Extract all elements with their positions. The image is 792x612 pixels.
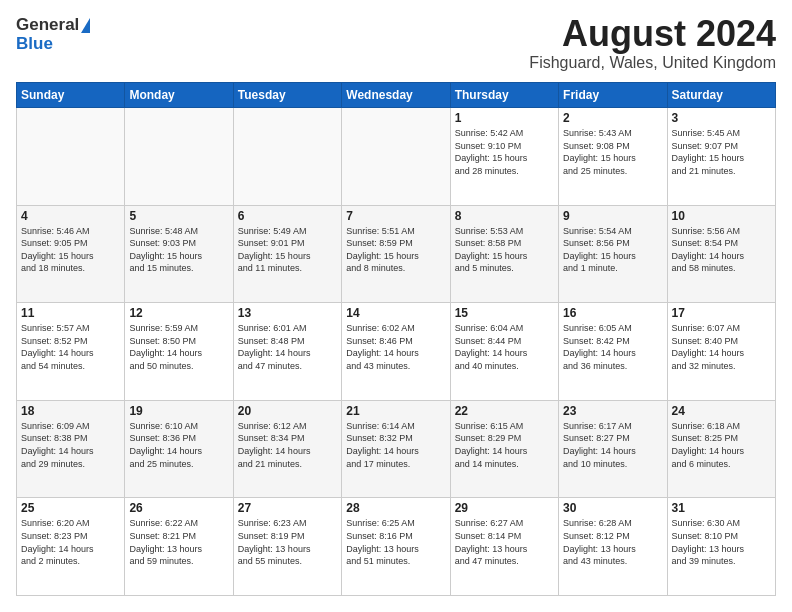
day-number: 29: [455, 501, 554, 515]
calendar-cell: 21Sunrise: 6:14 AM Sunset: 8:32 PM Dayli…: [342, 400, 450, 498]
day-info: Sunrise: 6:01 AM Sunset: 8:48 PM Dayligh…: [238, 322, 337, 372]
calendar-cell: 11Sunrise: 5:57 AM Sunset: 8:52 PM Dayli…: [17, 303, 125, 401]
calendar-cell: 5Sunrise: 5:48 AM Sunset: 9:03 PM Daylig…: [125, 205, 233, 303]
day-info: Sunrise: 6:05 AM Sunset: 8:42 PM Dayligh…: [563, 322, 662, 372]
day-number: 3: [672, 111, 771, 125]
day-number: 15: [455, 306, 554, 320]
day-info: Sunrise: 6:20 AM Sunset: 8:23 PM Dayligh…: [21, 517, 120, 567]
calendar-cell: 2Sunrise: 5:43 AM Sunset: 9:08 PM Daylig…: [559, 108, 667, 206]
day-number: 24: [672, 404, 771, 418]
day-number: 31: [672, 501, 771, 515]
day-info: Sunrise: 5:54 AM Sunset: 8:56 PM Dayligh…: [563, 225, 662, 275]
day-info: Sunrise: 6:30 AM Sunset: 8:10 PM Dayligh…: [672, 517, 771, 567]
calendar-cell: 9Sunrise: 5:54 AM Sunset: 8:56 PM Daylig…: [559, 205, 667, 303]
calendar-cell: 26Sunrise: 6:22 AM Sunset: 8:21 PM Dayli…: [125, 498, 233, 596]
calendar-cell: 18Sunrise: 6:09 AM Sunset: 8:38 PM Dayli…: [17, 400, 125, 498]
calendar-week-5: 25Sunrise: 6:20 AM Sunset: 8:23 PM Dayli…: [17, 498, 776, 596]
calendar-cell: 22Sunrise: 6:15 AM Sunset: 8:29 PM Dayli…: [450, 400, 558, 498]
day-number: 7: [346, 209, 445, 223]
day-info: Sunrise: 6:10 AM Sunset: 8:36 PM Dayligh…: [129, 420, 228, 470]
calendar-cell: 15Sunrise: 6:04 AM Sunset: 8:44 PM Dayli…: [450, 303, 558, 401]
day-info: Sunrise: 6:23 AM Sunset: 8:19 PM Dayligh…: [238, 517, 337, 567]
day-info: Sunrise: 6:14 AM Sunset: 8:32 PM Dayligh…: [346, 420, 445, 470]
day-info: Sunrise: 5:51 AM Sunset: 8:59 PM Dayligh…: [346, 225, 445, 275]
calendar-table: Sunday Monday Tuesday Wednesday Thursday…: [16, 82, 776, 596]
day-number: 13: [238, 306, 337, 320]
day-number: 5: [129, 209, 228, 223]
calendar-cell: [233, 108, 341, 206]
day-info: Sunrise: 5:59 AM Sunset: 8:50 PM Dayligh…: [129, 322, 228, 372]
day-info: Sunrise: 6:17 AM Sunset: 8:27 PM Dayligh…: [563, 420, 662, 470]
day-info: Sunrise: 6:28 AM Sunset: 8:12 PM Dayligh…: [563, 517, 662, 567]
col-saturday: Saturday: [667, 83, 775, 108]
calendar-cell: 7Sunrise: 5:51 AM Sunset: 8:59 PM Daylig…: [342, 205, 450, 303]
day-number: 10: [672, 209, 771, 223]
logo-general: General: [16, 16, 79, 35]
col-wednesday: Wednesday: [342, 83, 450, 108]
day-number: 27: [238, 501, 337, 515]
col-tuesday: Tuesday: [233, 83, 341, 108]
day-info: Sunrise: 6:09 AM Sunset: 8:38 PM Dayligh…: [21, 420, 120, 470]
day-number: 20: [238, 404, 337, 418]
day-number: 21: [346, 404, 445, 418]
day-number: 19: [129, 404, 228, 418]
calendar-cell: 10Sunrise: 5:56 AM Sunset: 8:54 PM Dayli…: [667, 205, 775, 303]
calendar-cell: [17, 108, 125, 206]
day-number: 25: [21, 501, 120, 515]
col-monday: Monday: [125, 83, 233, 108]
calendar-cell: 24Sunrise: 6:18 AM Sunset: 8:25 PM Dayli…: [667, 400, 775, 498]
day-number: 8: [455, 209, 554, 223]
page: General Blue August 2024 Fishguard, Wale…: [0, 0, 792, 612]
day-info: Sunrise: 5:45 AM Sunset: 9:07 PM Dayligh…: [672, 127, 771, 177]
day-info: Sunrise: 6:04 AM Sunset: 8:44 PM Dayligh…: [455, 322, 554, 372]
day-info: Sunrise: 6:15 AM Sunset: 8:29 PM Dayligh…: [455, 420, 554, 470]
calendar-cell: 29Sunrise: 6:27 AM Sunset: 8:14 PM Dayli…: [450, 498, 558, 596]
day-number: 9: [563, 209, 662, 223]
calendar-week-4: 18Sunrise: 6:09 AM Sunset: 8:38 PM Dayli…: [17, 400, 776, 498]
day-info: Sunrise: 5:43 AM Sunset: 9:08 PM Dayligh…: [563, 127, 662, 177]
calendar-week-2: 4Sunrise: 5:46 AM Sunset: 9:05 PM Daylig…: [17, 205, 776, 303]
calendar-cell: 16Sunrise: 6:05 AM Sunset: 8:42 PM Dayli…: [559, 303, 667, 401]
calendar-cell: 4Sunrise: 5:46 AM Sunset: 9:05 PM Daylig…: [17, 205, 125, 303]
calendar-cell: 17Sunrise: 6:07 AM Sunset: 8:40 PM Dayli…: [667, 303, 775, 401]
calendar-week-3: 11Sunrise: 5:57 AM Sunset: 8:52 PM Dayli…: [17, 303, 776, 401]
day-number: 11: [21, 306, 120, 320]
day-info: Sunrise: 6:25 AM Sunset: 8:16 PM Dayligh…: [346, 517, 445, 567]
calendar-cell: 27Sunrise: 6:23 AM Sunset: 8:19 PM Dayli…: [233, 498, 341, 596]
calendar-body: 1Sunrise: 5:42 AM Sunset: 9:10 PM Daylig…: [17, 108, 776, 596]
calendar-cell: 23Sunrise: 6:17 AM Sunset: 8:27 PM Dayli…: [559, 400, 667, 498]
day-number: 23: [563, 404, 662, 418]
logo-blue: Blue: [16, 35, 90, 54]
calendar-cell: 14Sunrise: 6:02 AM Sunset: 8:46 PM Dayli…: [342, 303, 450, 401]
day-number: 6: [238, 209, 337, 223]
calendar-cell: 19Sunrise: 6:10 AM Sunset: 8:36 PM Dayli…: [125, 400, 233, 498]
day-number: 12: [129, 306, 228, 320]
calendar-cell: 3Sunrise: 5:45 AM Sunset: 9:07 PM Daylig…: [667, 108, 775, 206]
day-number: 26: [129, 501, 228, 515]
calendar-cell: 12Sunrise: 5:59 AM Sunset: 8:50 PM Dayli…: [125, 303, 233, 401]
day-number: 14: [346, 306, 445, 320]
calendar-location: Fishguard, Wales, United Kingdom: [529, 54, 776, 72]
calendar-cell: [342, 108, 450, 206]
col-friday: Friday: [559, 83, 667, 108]
calendar-cell: 6Sunrise: 5:49 AM Sunset: 9:01 PM Daylig…: [233, 205, 341, 303]
col-sunday: Sunday: [17, 83, 125, 108]
day-info: Sunrise: 5:53 AM Sunset: 8:58 PM Dayligh…: [455, 225, 554, 275]
day-info: Sunrise: 6:12 AM Sunset: 8:34 PM Dayligh…: [238, 420, 337, 470]
day-info: Sunrise: 6:27 AM Sunset: 8:14 PM Dayligh…: [455, 517, 554, 567]
day-number: 17: [672, 306, 771, 320]
calendar-cell: 13Sunrise: 6:01 AM Sunset: 8:48 PM Dayli…: [233, 303, 341, 401]
calendar-cell: 8Sunrise: 5:53 AM Sunset: 8:58 PM Daylig…: [450, 205, 558, 303]
day-info: Sunrise: 5:57 AM Sunset: 8:52 PM Dayligh…: [21, 322, 120, 372]
day-info: Sunrise: 5:56 AM Sunset: 8:54 PM Dayligh…: [672, 225, 771, 275]
header: General Blue August 2024 Fishguard, Wale…: [16, 16, 776, 72]
calendar-cell: 31Sunrise: 6:30 AM Sunset: 8:10 PM Dayli…: [667, 498, 775, 596]
day-number: 22: [455, 404, 554, 418]
day-number: 4: [21, 209, 120, 223]
day-info: Sunrise: 5:42 AM Sunset: 9:10 PM Dayligh…: [455, 127, 554, 177]
day-number: 1: [455, 111, 554, 125]
day-info: Sunrise: 5:46 AM Sunset: 9:05 PM Dayligh…: [21, 225, 120, 275]
calendar-cell: [125, 108, 233, 206]
day-number: 30: [563, 501, 662, 515]
calendar-week-1: 1Sunrise: 5:42 AM Sunset: 9:10 PM Daylig…: [17, 108, 776, 206]
